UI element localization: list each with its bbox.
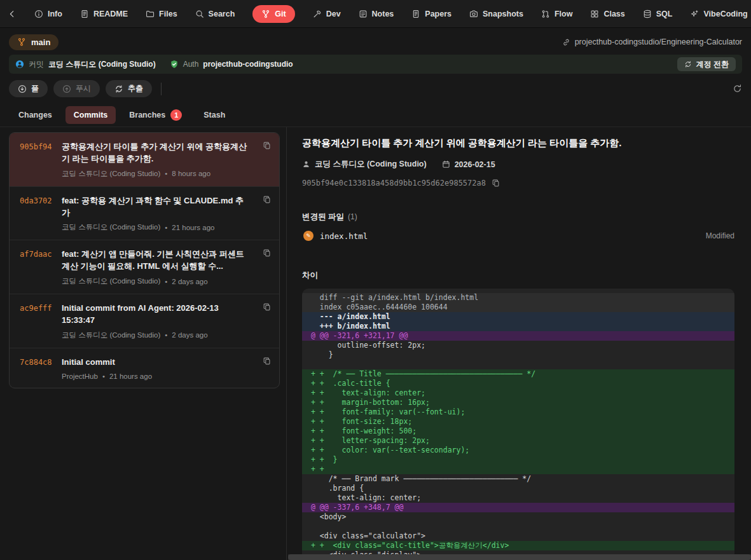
- commit-label: 커밋: [29, 59, 44, 70]
- tab-git[interactable]: Git: [252, 5, 294, 23]
- tab-snapshots[interactable]: Snapshots: [469, 10, 523, 18]
- git-section-tabs: Changes Commits Branches1 Stash: [0, 104, 751, 127]
- commit-author: ProjectHub: [62, 372, 98, 380]
- commit-list: 905bf94 공학용계산기 타이틀 추가 계산기 위에 공학용계산기 라는 타…: [9, 132, 280, 388]
- tab-files[interactable]: Files: [146, 10, 177, 18]
- commit-list-item[interactable]: ac9efff Initial commit from AI Agent: 20…: [10, 294, 279, 348]
- diff-line: + + font-weight: 500;: [302, 427, 734, 436]
- commit-hash: af7daac: [20, 249, 62, 286]
- diff-line: [302, 360, 734, 369]
- changed-files-header: 변경된 파일(1): [302, 212, 734, 222]
- pull-icon: [18, 85, 27, 93]
- switch-account-button[interactable]: 계정 전환: [677, 57, 736, 71]
- commit-title: 공학용계산기 타이틀 추가 계산기 위에 공학용계산기 라는 타이틀을 추가함.: [62, 141, 251, 165]
- diff-line: diff --git a/index.html b/index.html: [302, 293, 734, 303]
- pull-label: 풀: [31, 83, 39, 94]
- git-branch-icon: [261, 10, 270, 18]
- commit-hash: 905bf94: [20, 141, 62, 179]
- diff-line: + + /* ── Title ────────────────────────…: [302, 369, 734, 379]
- tab-changes[interactable]: Changes: [10, 106, 60, 124]
- tab-vibecoding[interactable]: VibeCoding: [690, 10, 747, 18]
- tab-branches[interactable]: Branches1: [121, 105, 190, 125]
- current-branch-pill[interactable]: main: [9, 34, 59, 50]
- calendar-icon: [442, 160, 450, 168]
- tab-stash[interactable]: Stash: [195, 106, 233, 124]
- commit-user: 코딩 스튜디오 (Coding Studio): [48, 59, 156, 70]
- tab-label: SQL: [656, 10, 673, 18]
- dot-separator: •: [165, 278, 167, 285]
- diff-line: --- a/index.html: [302, 312, 734, 322]
- commit-meta: 코딩 스튜디오 (Coding Studio)•2 days ago: [62, 331, 251, 340]
- changed-file-row[interactable]: ✎ index.html Modified: [302, 231, 734, 241]
- tab-dev[interactable]: Dev: [313, 10, 341, 18]
- tab-label: VibeCoding: [703, 10, 747, 18]
- tab-class[interactable]: Class: [590, 10, 624, 18]
- commit-detail-panel: 공학용계산기 타이틀 추가 계산기 위에 공학용계산기 라는 타이틀을 추가함.…: [287, 127, 751, 560]
- changed-files-label: 변경된 파일: [302, 212, 344, 221]
- refresh-button[interactable]: [733, 84, 742, 93]
- tab-label: Search: [209, 10, 235, 18]
- commit-info: Initial commit ProjectHub•21 hours ago: [62, 357, 258, 380]
- commit-title: feat: 공학용 계산기 과학 함수 및 CLAUDE.md 추가: [62, 195, 251, 219]
- commit-title: feat: 계산기 앱 만들어줘. 기본 사칙연산과 퍼센트 계산 기능이 필요…: [62, 249, 251, 273]
- commit-meta: 코딩 스튜디오 (Coding Studio)•8 hours ago: [62, 169, 251, 179]
- tab-label: Notes: [372, 10, 394, 18]
- copy-commit-icon[interactable]: [258, 357, 272, 380]
- tab-search[interactable]: Search: [195, 10, 235, 18]
- modified-file-icon: ✎: [303, 231, 313, 241]
- diff-line: [302, 522, 734, 531]
- tab-readme[interactable]: README: [80, 10, 128, 18]
- auth-user: projecthub-codingstudio: [203, 60, 293, 69]
- search-icon: [195, 10, 204, 18]
- commit-time: 2 days ago: [172, 278, 207, 285]
- commit-list-item[interactable]: af7daac feat: 계산기 앱 만들어줘. 기본 사칙연산과 퍼센트 계…: [10, 240, 279, 294]
- tab-label: Changes: [18, 111, 52, 120]
- commit-author: 코딩 스튜디오 (Coding Studio): [62, 331, 160, 340]
- commit-title: Initial commit from AI Agent: 2026-02-13…: [62, 303, 251, 327]
- commit-meta: 코딩 스튜디오 (Coding Studio)•21 hours ago: [62, 222, 251, 232]
- copy-commit-icon[interactable]: [258, 195, 272, 233]
- commit-list-item[interactable]: 0da3702 feat: 공학용 계산기 과학 함수 및 CLAUDE.md …: [10, 186, 279, 240]
- commit-full-hash-row: 905bf94e0c133818a458d9bb1c95d62e985572a8: [302, 179, 734, 188]
- changed-files-count: (1): [348, 212, 357, 221]
- git-branch-icon: [17, 38, 26, 46]
- commit-author: 코딩 스튜디오 (Coding Studio): [62, 277, 160, 286]
- commit-list-item[interactable]: 905bf94 공학용계산기 타이틀 추가 계산기 위에 공학용계산기 라는 타…: [10, 133, 279, 186]
- commit-info: 공학용계산기 타이틀 추가 계산기 위에 공학용계산기 라는 타이틀을 추가함.…: [62, 141, 258, 179]
- copy-commit-icon[interactable]: [258, 303, 272, 340]
- commit-time: 21 hours ago: [109, 372, 152, 380]
- diff-line: +++ b/index.html: [302, 322, 734, 331]
- info-icon: [34, 10, 43, 18]
- copy-hash-icon[interactable]: [492, 179, 500, 188]
- commit-time: 8 hours ago: [172, 170, 210, 177]
- pull-button[interactable]: 풀: [9, 80, 48, 97]
- user-circle-icon: [15, 60, 24, 69]
- tab-label: README: [93, 10, 128, 18]
- commit-hash: 0da3702: [20, 195, 62, 233]
- commit-list-item[interactable]: 7c884c8 Initial commit ProjectHub•21 hou…: [10, 348, 279, 388]
- copy-commit-icon[interactable]: [258, 249, 272, 286]
- tab-notes[interactable]: Notes: [359, 10, 394, 18]
- commit-detail-author: 코딩 스튜디오 (Coding Studio): [302, 159, 427, 170]
- repo-link[interactable]: projecthub-codingstudio/Engineering-Calc…: [562, 38, 742, 46]
- tab-flow[interactable]: Flow: [541, 10, 572, 18]
- push-icon: [62, 85, 71, 93]
- dot-separator: •: [102, 372, 105, 380]
- copy-commit-icon[interactable]: [258, 141, 272, 179]
- commit-info: Initial commit from AI Agent: 2026-02-13…: [62, 303, 258, 340]
- shield-check-icon: [170, 60, 179, 69]
- tab-sql[interactable]: SQL: [643, 10, 673, 18]
- fetch-button[interactable]: 추출: [106, 80, 152, 97]
- diff-line: text-align: center;: [302, 493, 734, 503]
- tab-label: Snapshots: [483, 10, 523, 18]
- commit-identity: 커밋 코딩 스튜디오 (Coding Studio): [15, 59, 156, 70]
- tab-label: Dev: [326, 10, 341, 18]
- horizontal-scrollbar[interactable]: [288, 554, 751, 560]
- nav-scroll-left-button[interactable]: [8, 10, 17, 18]
- tab-papers[interactable]: Papers: [411, 10, 451, 18]
- person-icon: [302, 160, 310, 168]
- tab-info[interactable]: Info: [34, 10, 62, 18]
- scrollbar-thumb[interactable]: [288, 554, 751, 560]
- tab-commits[interactable]: Commits: [65, 106, 116, 124]
- push-button[interactable]: 푸시: [53, 80, 100, 97]
